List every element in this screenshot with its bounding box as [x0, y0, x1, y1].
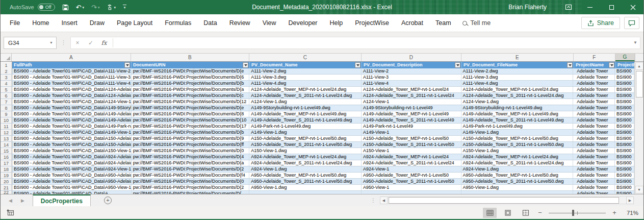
- name-box[interactable]: G34 ▼: [4, 37, 57, 49]
- table-header-projectnumber[interactable]: ProjectNumber: [616, 62, 634, 68]
- vertical-scrollbar[interactable]: ▲ ▼: [634, 62, 643, 194]
- cell-A18[interactable]: BSI900 - Adelaide Tower\01-WIP\CAD_Data\…: [12, 166, 132, 172]
- redo-dropdown-icon[interactable]: ▾: [98, 6, 100, 9]
- cell-F21[interactable]: Adelaide Tower: [573, 185, 615, 190]
- cell-C20[interactable]: A950-Adelaide_Tower_S_2011-rvt-1-Level50…: [249, 179, 362, 184]
- cell-F14[interactable]: Adelaide Tower: [573, 142, 615, 148]
- horizontal-scrollbar[interactable]: ⋮ ◀ ▶: [371, 194, 643, 206]
- cell-B8[interactable]: pw://BMF-WS2016-PWDI:ProjectWise/Documen…: [132, 105, 250, 111]
- cell-D9[interactable]: A149-Adelaide_Tower_MEP-rvt-1-Level49: [362, 111, 461, 117]
- next-sheet-icon[interactable]: ▶: [21, 198, 24, 203]
- cell-G13[interactable]: BSI900: [615, 136, 634, 141]
- cell-F4[interactable]: Adelaide Tower: [573, 81, 615, 86]
- tab-team[interactable]: Team: [429, 14, 457, 32]
- column-header-D[interactable]: D: [362, 54, 461, 61]
- cell-A6[interactable]: BSI900 - Adelaide Tower\01-WIP\CAD_Data\…: [12, 93, 132, 99]
- previous-sheet-icon[interactable]: ◀: [9, 198, 12, 203]
- row-number[interactable]: 18: [1, 166, 12, 172]
- tab-projectwise[interactable]: ProjectWise: [349, 14, 395, 32]
- cell-A16[interactable]: BSI900 - Adelaide Tower\01-WIP\CAD_Data\…: [12, 154, 132, 160]
- cell-G6[interactable]: BSI900: [615, 93, 634, 99]
- cell-C10[interactable]: A149-Adelaide_Tower_S_2011-rvt-1-Level49…: [249, 117, 362, 123]
- cell-F20[interactable]: Adelaide Tower: [573, 179, 615, 184]
- cell-F6[interactable]: Adelaide Tower: [573, 93, 615, 99]
- cell-C12[interactable]: A149-View-1.dwg: [249, 130, 362, 135]
- cell-D17[interactable]: A924-Adelaide_Tower_S_2011-rvt-1-Level24: [362, 160, 461, 166]
- cell-B13[interactable]: pw://BMF-WS2016-PWDI:ProjectWise/Documen…: [132, 136, 250, 141]
- cell-G20[interactable]: BSI900: [615, 179, 634, 184]
- row-number[interactable]: 17: [1, 160, 12, 166]
- cell-G3[interactable]: BSI900: [615, 75, 634, 80]
- cell-F13[interactable]: Adelaide Tower: [573, 136, 615, 141]
- cell-C18[interactable]: A924-View-1.dwg: [249, 166, 362, 172]
- cell-C17[interactable]: A924-Adelaide_Tower_S_2011-rvt-1-Level24…: [249, 160, 362, 166]
- normal-view-button[interactable]: [483, 208, 497, 218]
- row-number[interactable]: 11: [1, 124, 12, 129]
- cell-B2[interactable]: pw://BMF-WS2016-PWDI:ProjectWise/Documen…: [132, 68, 250, 74]
- cell-C7[interactable]: A124-View-1.dwg: [249, 99, 362, 105]
- cell-A10[interactable]: BSI900 - Adelaide Tower\01-WIP\CAD_Data\…: [12, 117, 132, 123]
- cell-E7[interactable]: A124-View-1.dwg: [461, 99, 574, 105]
- cell-B21[interactable]: pw://BMF-WS2016-PWDI:ProjectWise/Documen…: [132, 185, 250, 190]
- cell-F3[interactable]: Adelaide Tower: [573, 75, 615, 80]
- cell-D8[interactable]: A149-9Storybuilding-rvt-1-Level49: [362, 105, 461, 111]
- redo-button[interactable]: ↷▾: [91, 4, 99, 11]
- filter-dropdown-button[interactable]: [609, 62, 614, 68]
- cell-A13[interactable]: BSI900 - Adelaide Tower\01-WIP\CAD_Data\…: [12, 136, 132, 141]
- row-number[interactable]: 8: [1, 105, 12, 111]
- cell-B3[interactable]: pw://BMF-WS2016-PWDI:ProjectWise/Documen…: [132, 75, 250, 80]
- cell-A14[interactable]: BSI900 - Adelaide Tower\01-WIP\CAD_Data\…: [12, 142, 132, 148]
- tab-acrobat[interactable]: Acrobat: [395, 14, 429, 32]
- page-break-preview-button[interactable]: [519, 208, 532, 218]
- cell-B10[interactable]: pw://BMF-WS2016-PWDI:ProjectWise/Documen…: [132, 117, 250, 123]
- tab-help[interactable]: Help: [324, 14, 349, 32]
- row-number[interactable]: 6: [1, 93, 12, 99]
- maximize-button[interactable]: [601, 0, 622, 14]
- cell-C14[interactable]: A150-Adelaide_Tower_S_2011-rvt-1-Level50…: [249, 142, 362, 148]
- cell-B16[interactable]: pw://BMF-WS2016-PWDI:ProjectWise/Documen…: [132, 154, 250, 160]
- column-header-B[interactable]: B: [131, 54, 249, 61]
- cell-F9[interactable]: Adelaide Tower: [573, 111, 615, 117]
- cell-A4[interactable]: BSI900 - Adelaide Tower\01-WIP\CAD_Data\…: [12, 81, 132, 86]
- zoom-slider-thumb[interactable]: [572, 210, 574, 216]
- cell-G14[interactable]: BSI900: [615, 142, 634, 148]
- row-number[interactable]: 9: [1, 111, 12, 117]
- cell-F10[interactable]: Adelaide Tower: [573, 117, 615, 123]
- cell-D12[interactable]: A149-View-1: [362, 130, 461, 135]
- cell-A19[interactable]: BSI900 - Adelaide Tower\01-WIP\CAD_Data\…: [12, 173, 132, 178]
- table-header-pv_document_name[interactable]: PV_Document_Name: [250, 62, 362, 68]
- enter-button[interactable]: ✓: [84, 39, 97, 46]
- touch-mode-dropdown-icon[interactable]: ▾: [114, 6, 116, 9]
- cell-D7[interactable]: A124-View-1: [362, 99, 461, 105]
- cell-C11[interactable]: A149-Park-rvt-1-Level49.dwg: [249, 124, 362, 129]
- row-number[interactable]: 13: [1, 136, 12, 141]
- cell-D4[interactable]: A111-View-4: [362, 81, 461, 86]
- zoom-in-button[interactable]: +: [611, 209, 618, 216]
- cell-E4[interactable]: A111-View-4.dwg: [461, 81, 574, 86]
- filter-dropdown-button[interactable]: [455, 62, 460, 68]
- cell-E12[interactable]: A149-View-1.dwg: [461, 130, 574, 135]
- cell-E15[interactable]: A150-View-1.dwg: [461, 148, 574, 154]
- tab-file[interactable]: File: [4, 14, 26, 32]
- row-number-header[interactable]: 1: [1, 62, 12, 68]
- horizontal-scrollbar-thumb[interactable]: [389, 197, 619, 204]
- tab-review[interactable]: Review: [223, 14, 256, 32]
- cell-C9[interactable]: A149-Adelaide_Tower_MEP-rvt-1-Level49.dw…: [249, 111, 362, 117]
- zoom-level[interactable]: 71%: [622, 210, 638, 216]
- cell-C21[interactable]: A950-View-1.dwg: [249, 185, 362, 190]
- table-header-projectname[interactable]: ProjectName: [574, 62, 616, 68]
- row-number[interactable]: 12: [1, 130, 12, 135]
- cell-G2[interactable]: BSI900: [615, 68, 634, 74]
- cell-E21[interactable]: A950-View-1.dwg: [461, 185, 574, 190]
- cell-B17[interactable]: pw://BMF-WS2016-PWDI:ProjectWise/Documen…: [132, 160, 250, 166]
- cell-E18[interactable]: A924-View-1.dwg: [461, 166, 574, 172]
- cell-E13[interactable]: A150-Adelaide_Tower_MEP-rvt-1-Level50.dw…: [461, 136, 574, 141]
- cell-G17[interactable]: BSI900: [615, 160, 634, 166]
- row-number[interactable]: 14: [1, 142, 12, 148]
- row-number[interactable]: 21: [1, 185, 12, 190]
- cell-E10[interactable]: A149-Adelaide_Tower_S_2011-rvt-1-Level49…: [461, 117, 574, 123]
- tab-view[interactable]: View: [256, 14, 282, 32]
- cell-F17[interactable]: Adelaide Tower: [573, 160, 615, 166]
- filter-dropdown-button[interactable]: [124, 62, 130, 68]
- cell-D5[interactable]: A124-Adelaide_Tower_MEP-rvt-1-Level24: [362, 87, 461, 92]
